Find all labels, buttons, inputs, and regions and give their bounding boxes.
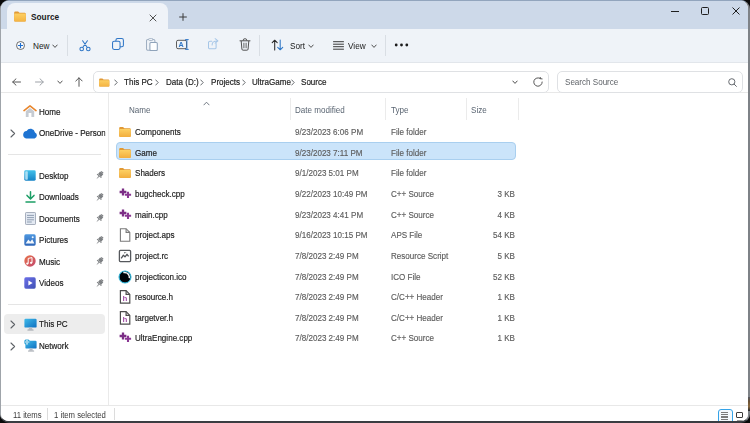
svg-text:A: A	[179, 40, 184, 49]
